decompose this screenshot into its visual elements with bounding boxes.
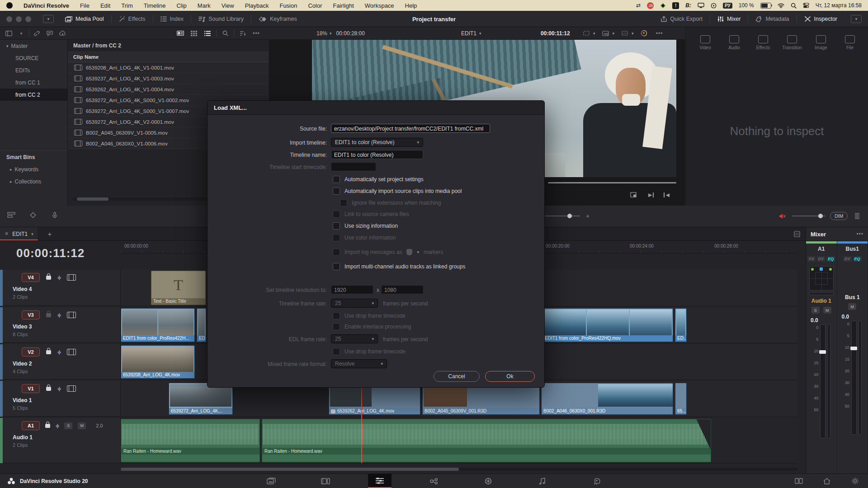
viewer-seek-bar[interactable] [548,182,676,183]
source-file-field[interactable]: erzanov/Desktop/Project transfer/fromCC2… [331,124,490,133]
zoom-in-icon[interactable]: + [586,212,590,220]
menu-fusion[interactable]: Fusion [279,2,297,9]
monitor-volume-slider[interactable] [792,216,826,216]
clip-row[interactable]: 6539262_Arri_LOG_4K_V1-0004.mov [68,84,269,95]
color-enhance-icon[interactable] [639,28,649,38]
window-zoom-button[interactable] [25,16,31,22]
track-gain-value[interactable]: 2.0 [96,423,103,428]
sound-library-toggle[interactable]: Sound Library [191,11,251,27]
davinci-logo[interactable] [7,477,15,485]
mixer-toggle[interactable]: Mixer [710,11,748,27]
inspector-tab-audio[interactable]: Audio [721,35,747,50]
timeline-tab-edit1[interactable]: ✕ EDIT1 ▾ [0,227,38,240]
timeline-view-options-icon[interactable] [6,210,16,220]
window-options-dropdown[interactable]: ▾ [43,15,54,23]
mixer-more-icon[interactable]: ••• [856,231,863,237]
control-center-icon[interactable] [803,2,809,9]
inspector-toggle[interactable]: Inspector [797,11,844,27]
diamond-status-icon[interactable] [660,2,666,9]
menu-fairlight[interactable]: Fairlight [333,2,354,9]
timeline-audio-clip[interactable]: Ran Raiten - Homeward.wav [262,419,711,462]
page-fairlight[interactable] [531,474,554,488]
clip-comments-icon[interactable] [45,28,55,38]
track-badge[interactable]: V2 [22,347,40,357]
inspector-tab-transition[interactable]: Transition [779,35,805,50]
frame-view-icon[interactable] [67,349,76,355]
wifi-icon[interactable] [778,2,784,9]
menu-file[interactable]: File [80,2,90,9]
menu-color[interactable]: Color [308,2,322,9]
add-timeline-tab-button[interactable]: + [45,229,55,239]
pan-control[interactable] [809,266,834,291]
smart-bins-header[interactable]: Smart Bins [0,151,67,163]
sort-order-icon[interactable] [238,28,248,38]
clip-name-column-header[interactable]: Clip Name [68,52,269,62]
window-minimize-button[interactable] [16,16,22,22]
metadata-toggle[interactable]: Metadata [748,11,796,27]
page-edit[interactable] [368,474,392,488]
alert-menu-icon[interactable]: ! [672,2,679,9]
frame-view-icon[interactable] [67,385,76,392]
bin-from-cc2[interactable]: from CC 2 [0,89,67,101]
channel-fader[interactable] [851,321,857,435]
screen-record-icon[interactable] [711,2,717,9]
cancel-button[interactable]: Cancel [434,371,480,382]
tab-dropdown-icon[interactable]: ▾ [31,232,33,236]
menu-help[interactable]: Help [405,2,417,9]
bin-view-dropdown[interactable]: ▾ [16,28,26,38]
auto-select-icon[interactable]: ‹|› [57,275,61,280]
timeline-clip[interactable]: 65... [675,383,687,415]
mute-speaker-icon[interactable] [778,211,788,221]
timeline-clip[interactable]: B002_A046_0630X0_001.R3D [541,383,673,415]
frame-view-icon[interactable] [67,274,76,281]
lock-icon[interactable] [46,350,51,354]
menu-timeline[interactable]: Timeline [144,2,166,9]
import-timeline-dropdown[interactable]: EDIT1 to color (Resolve)▾ [331,138,423,147]
track-header-v1[interactable]: V1 ‹|› Video 1 5 Clips [0,381,121,417]
auto-select-icon[interactable]: ‹|› [57,312,61,318]
fader-value[interactable]: 0.0 [837,310,849,321]
lock-icon[interactable] [46,387,51,391]
checkbox-import-multichannel-audio[interactable]: Import multi-channel audio tracks as lin… [333,263,465,270]
bin-edits[interactable]: EDITs [0,64,67,76]
timeline-selector-dropdown[interactable]: EDIT1▾ [461,27,481,39]
disclosure-icon[interactable]: ▾ [6,44,9,48]
strip-label[interactable]: Bus 1 [845,291,860,303]
index-toggle[interactable]: Index [153,11,191,27]
page-deliver[interactable] [585,474,609,488]
menu-mark[interactable]: Mark [198,2,211,9]
settings-gear-icon[interactable] [850,476,860,486]
viewer-zoom-dropdown[interactable]: 18%▾ [316,30,332,37]
timeline-name-field[interactable]: EDIT1 to color (Resolve) [331,150,423,159]
menu-edit[interactable]: Edit [100,2,110,9]
fx-button[interactable]: FX [807,256,816,262]
timeline-clip[interactable]: EDIT1 from color_ProRes422H... [121,308,195,342]
inspector-tab-video[interactable]: Video [692,35,718,50]
notification-badge-icon[interactable]: .25 [647,2,654,9]
media-pool-more-icon[interactable]: ••• [251,28,261,38]
dynamics-button[interactable]: DY [817,256,826,262]
dynamics-button[interactable]: DY [843,256,852,262]
quick-export-button[interactable]: Quick Export [654,11,710,27]
lock-icon[interactable] [46,276,51,280]
grade-bypass-dropdown[interactable]: ▾ [620,28,634,38]
b-app-icon[interactable]: B: [685,2,691,9]
ok-button[interactable]: Ok [485,371,535,382]
page-media[interactable] [259,474,283,488]
strip-label[interactable]: Audio 1 [811,295,831,307]
checkbox-auto-set-project-settings[interactable]: Automatically set project settings [333,176,424,183]
smart-bin-keywords[interactable]: ▸Keywords [0,163,67,175]
cloud-download-icon[interactable] [57,28,67,38]
input-language-indicator[interactable]: РУ [723,3,732,9]
viewer-resize-icon[interactable] [628,190,638,200]
bin-sidebar-toggle-icon[interactable] [4,28,14,38]
timeline-audio-clip[interactable]: Ran Raiten - Homeward.wav [121,419,260,462]
dim-button[interactable]: DIM [830,212,848,220]
viewer-more-icon[interactable]: ••• [655,28,665,38]
audio-fade-out[interactable] [685,419,711,462]
checkbox-use-sizing-information[interactable]: Use sizing information [333,222,398,230]
track-badge[interactable]: A1 [22,421,40,430]
track-header-v4[interactable]: V4 ‹|› Video 4 2 Clips [0,270,121,306]
channel-fader[interactable] [820,324,826,438]
clip-row[interactable]: 6539237_Arri_LOG_4K_V1-0003.mov [68,73,269,84]
